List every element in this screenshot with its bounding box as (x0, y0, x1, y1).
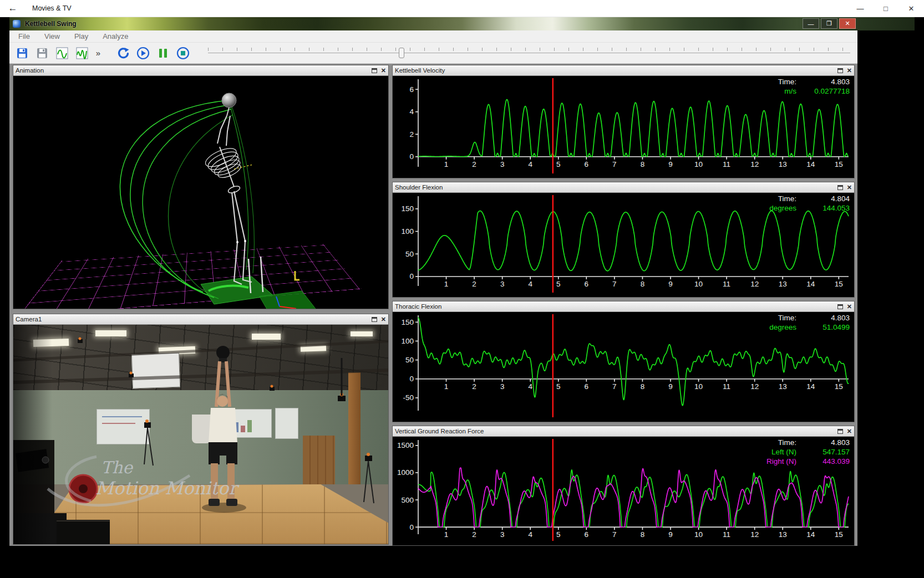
x-tick-label: 10 (694, 160, 703, 168)
toolbar-overflow-button[interactable]: » (94, 48, 103, 58)
close-panel-button[interactable]: ✕ (847, 68, 852, 74)
panel-kettlebell-velocity: Kettlebell Velocity ✕ 024612345678910111… (392, 65, 855, 178)
x-tick-label: 6 (585, 530, 589, 539)
y-tick-label: 50 (405, 250, 414, 258)
y-tick-label: 2 (409, 130, 414, 139)
save-button[interactable] (14, 45, 31, 61)
x-tick-label: 2 (472, 160, 476, 168)
app-close-button[interactable]: ✕ (839, 18, 856, 29)
menu-play[interactable]: Play (74, 32, 88, 40)
menu-file[interactable]: File (18, 32, 30, 40)
y-tick-label: 0 (409, 272, 414, 280)
y-tick-label: 150 (401, 318, 414, 326)
chart-panel-titlebar[interactable]: Thoracic Flexion ✕ (393, 301, 854, 312)
ceiling-beams (13, 341, 388, 382)
outer-titlebar: ← Movies & TV — □ ✕ (0, 0, 924, 17)
undock-panel-button[interactable] (372, 68, 377, 73)
readout-row: Left (N)547.157 (758, 447, 850, 457)
kettlebell-trajectory (120, 100, 254, 299)
panel-shoulder-flexion: Shoulder Flexion ✕ 050100150123456789101… (392, 182, 855, 298)
close-panel-button[interactable]: ✕ (381, 316, 386, 323)
kettlebell (216, 346, 230, 359)
camera-panel-titlebar[interactable]: Camera1 ✕ (13, 314, 388, 325)
x-tick-label: 4 (528, 382, 532, 391)
kettlebell (222, 93, 236, 108)
x-tick-label: 7 (612, 160, 617, 168)
panel-title: Vertical Ground Reaction Force (395, 428, 837, 434)
x-tick-label: 7 (612, 530, 617, 539)
x-tick-label: 11 (723, 382, 730, 391)
play-icon (136, 47, 150, 60)
back-button[interactable]: ← (0, 0, 26, 17)
panel-camera: Camera1 ✕ (13, 314, 389, 545)
x-tick-label: 12 (750, 160, 759, 168)
pause-icon (156, 47, 170, 60)
x-tick-label: 7 (612, 280, 617, 288)
outer-close-button[interactable]: ✕ (898, 0, 924, 17)
shoulder-flexion-series (418, 211, 849, 271)
play-button[interactable] (135, 45, 151, 61)
stop-button[interactable] (175, 45, 191, 61)
x-tick-label: 8 (641, 382, 645, 391)
close-panel-button[interactable]: ✕ (847, 428, 852, 434)
x-tick-label: 14 (806, 280, 815, 288)
outer-minimize-button[interactable]: — (847, 0, 873, 17)
watermark-text-the: The (101, 458, 134, 477)
x-tick-label: 9 (668, 160, 673, 168)
force-plates (201, 277, 317, 309)
pause-button[interactable] (155, 45, 171, 61)
readout-row: Time:4.803 (758, 438, 850, 447)
export-button[interactable] (34, 45, 50, 61)
x-tick-label: 3 (500, 280, 505, 288)
x-tick-label: 13 (779, 280, 787, 288)
timeline-thumb[interactable] (399, 48, 404, 58)
x-tick-label: 4 (528, 160, 532, 168)
y-tick-label: 1500 (397, 441, 414, 449)
undock-panel-button[interactable] (837, 304, 843, 309)
menu-view[interactable]: View (44, 32, 60, 40)
outer-maximize-button[interactable]: □ (873, 0, 898, 17)
chart-panel-titlebar[interactable]: Vertical Ground Reaction Force ✕ (393, 426, 854, 437)
x-tick-label: 4 (528, 530, 532, 539)
close-panel-button[interactable]: ✕ (847, 185, 852, 191)
screen: ← Movies & TV — □ ✕ Kettlebell Swing — ❐… (0, 0, 924, 578)
close-panel-button[interactable]: ✕ (847, 304, 852, 310)
animation-viewport[interactable] (13, 76, 388, 309)
x-tick-label: 6 (585, 280, 589, 288)
undock-panel-button[interactable] (372, 317, 377, 322)
chart-panel-titlebar[interactable]: Shoulder Flexion ✕ (393, 182, 854, 193)
y-tick-label: -50 (403, 393, 414, 402)
x-tick-label: 15 (835, 530, 843, 539)
chart-panel-titlebar[interactable]: Kettlebell Velocity ✕ (393, 65, 854, 76)
x-tick-label: 1 (444, 160, 449, 168)
x-tick-label: 2 (472, 280, 476, 288)
close-panel-button[interactable]: ✕ (381, 68, 386, 74)
timeline-ticks (208, 48, 850, 51)
refresh-icon (116, 47, 130, 60)
waveform-view-button[interactable] (54, 45, 70, 61)
waveform-analysis-button[interactable] (74, 45, 90, 61)
x-tick-label: 8 (641, 530, 645, 539)
x-tick-label: 15 (835, 382, 843, 391)
skeleton-scene (13, 76, 388, 309)
panel-title: Camera1 (16, 316, 372, 323)
y-tick-label: 0 (409, 375, 414, 383)
x-tick-label: 13 (779, 530, 787, 539)
menu-analyze[interactable]: Analyze (103, 32, 128, 40)
app-titlebar[interactable]: Kettlebell Swing — ❐ ✕ (9, 17, 857, 30)
camera-scene-overlay: The Motion Monitor (13, 325, 388, 544)
timeline-track[interactable] (208, 53, 850, 53)
undock-panel-button[interactable] (837, 185, 843, 190)
app-restore-button[interactable]: ❐ (821, 18, 837, 29)
panel-thoracic-flexion: Thoracic Flexion ✕ -50050100150123456789… (392, 301, 855, 422)
x-tick-label: 9 (668, 530, 673, 539)
reset-button[interactable] (115, 45, 131, 61)
animation-panel-titlebar[interactable]: Animation ✕ (13, 65, 388, 76)
readout-row: m/s0.0277718 (758, 86, 850, 96)
timeline-slider[interactable] (208, 48, 850, 59)
undock-panel-button[interactable] (837, 429, 843, 434)
app-minimize-button[interactable]: — (803, 18, 819, 29)
x-tick-label: 7 (612, 382, 617, 391)
undock-panel-button[interactable] (837, 68, 843, 73)
x-tick-label: 13 (779, 382, 787, 391)
